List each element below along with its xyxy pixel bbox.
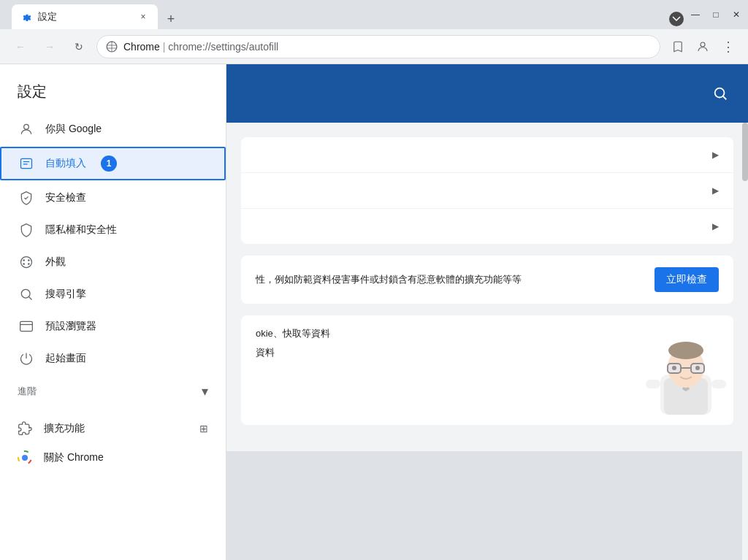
power-icon [19,351,34,366]
privacy-shield-icon [19,223,34,237]
main-content: 設定 你與 Google 自動填入 1 安全 [0,64,748,560]
row2-arrow: ▶ [712,185,719,196]
svg-point-19 [715,88,725,98]
content-body: ▶ ▶ ▶ [226,123,748,451]
url-text: Chrome | chrome://settings/autofill [123,41,651,53]
sidebar-item-extensions[interactable]: 擴充功能 ⊞ [0,414,226,443]
svg-point-25 [668,342,703,359]
back-button[interactable]: ← [9,35,32,58]
alert-check-button[interactable]: 立即檢查 [654,267,719,292]
svg-rect-13 [20,321,33,331]
autofill-icon [19,156,34,171]
row3-arrow: ▶ [712,221,719,231]
reload-button[interactable]: ↻ [67,35,91,58]
advanced-chevron: ▾ [202,383,208,399]
sidebar-item-default-browser[interactable]: 預設瀏覽器 [0,310,226,342]
profile-button[interactable] [691,35,714,58]
address-bar: ← → ↻ Chrome | chrome://settings/autofil… [0,29,748,64]
svg-line-20 [723,96,726,99]
mascot-figure [646,334,726,425]
sidebar-label-you-google: 你與 Google [45,123,102,136]
url-favicon [106,41,118,53]
row2-content [256,185,712,196]
svg-point-1 [701,42,705,47]
active-tab[interactable]: 設定 × [12,4,158,29]
scrollbar-track[interactable] [742,123,748,560]
profile-dropdown-icon[interactable] [669,12,684,26]
sidebar-label-safety: 安全檢查 [45,191,86,204]
settings-alert-section: 性，例如防範資料侵害事件或封鎖含有惡意軟體的擴充功能等等 立即檢查 [241,256,733,304]
alert-text: 性，例如防範資料侵害事件或封鎖含有惡意軟體的擴充功能等等 [256,273,643,286]
external-link-icon: ⊞ [199,423,208,434]
content-search-button[interactable] [707,80,733,107]
svg-line-12 [29,297,32,300]
tab-close-btn[interactable]: × [137,11,149,23]
shield-check-icon [19,191,34,205]
svg-point-7 [23,259,25,261]
person-icon [19,122,34,137]
new-tab-button[interactable]: + [161,9,181,29]
browser-icon [19,319,34,334]
cookie-section: okie、快取等資料 資料 [241,315,733,425]
sidebar-label-about: 關於 Chrome [44,451,104,464]
sidebar-item-autofill[interactable]: 自動填入 1 [0,147,226,180]
settings-row-3[interactable]: ▶ [241,209,733,244]
svg-point-10 [28,263,30,265]
content-panel: ▶ ▶ ▶ [226,64,748,560]
settings-row-1[interactable]: ▶ [241,137,733,173]
sidebar: 設定 你與 Google 自動填入 1 安全 [0,64,226,560]
minimize-btn[interactable]: — [690,9,701,20]
row2-title [256,185,712,196]
scrollbar-thumb[interactable] [742,123,748,181]
settings-row-2[interactable]: ▶ [241,173,733,209]
svg-point-30 [695,366,700,370]
more-button[interactable]: ⋮ [716,35,739,58]
svg-point-11 [21,289,30,298]
svg-point-2 [24,124,29,129]
sidebar-item-privacy[interactable]: 隱私權和安全性 [0,214,226,246]
sidebar-item-appearance[interactable]: 外觀 [0,246,226,278]
sidebar-title: 設定 [0,76,226,113]
search-icon [19,287,34,302]
row3-title [256,220,712,232]
url-protocol: Chrome [123,41,160,53]
sidebar-label-autofill: 自動填入 [45,157,86,170]
row1-arrow: ▶ [712,150,719,160]
row1-title [256,149,712,161]
svg-rect-31 [646,380,660,388]
sidebar-item-search[interactable]: 搜尋引擎 [0,278,226,310]
advanced-label: 進階 [18,385,37,398]
svg-point-29 [672,366,676,370]
sidebar-label-default-browser: 預設瀏覽器 [45,320,96,333]
sidebar-label-extensions: 擴充功能 [44,422,85,435]
sidebar-label-appearance: 外觀 [45,256,66,269]
settings-rows-section: ▶ ▶ ▶ [241,137,733,244]
row3-content [256,220,712,232]
sidebar-item-startup[interactable]: 起始畫面 [0,342,226,375]
chrome-logo-icon [18,450,32,465]
palette-icon [19,255,34,269]
maximize-btn[interactable]: □ [710,9,722,20]
sidebar-item-about[interactable]: 關於 Chrome [0,443,226,472]
svg-point-6 [21,257,32,268]
bookmark-button[interactable] [666,35,690,58]
sidebar-label-privacy: 隱私權和安全性 [45,223,117,237]
tab-title: 設定 [38,10,131,23]
close-btn[interactable]: ✕ [730,9,742,20]
sidebar-item-you-google[interactable]: 你與 Google [0,113,226,145]
sidebar-advanced-section[interactable]: 進階 ▾ [0,375,226,402]
address-bar-right: ⋮ [666,35,739,58]
content-header [226,64,748,123]
row1-content [256,149,712,161]
sidebar-item-safety[interactable]: 安全檢查 [0,182,226,214]
sidebar-label-search: 搜尋引擎 [45,288,86,301]
forward-button[interactable]: → [38,35,61,58]
url-bar[interactable]: Chrome | chrome://settings/autofill [96,35,660,58]
svg-point-15 [22,455,28,461]
svg-rect-32 [711,380,726,388]
svg-point-9 [23,263,25,265]
svg-rect-3 [21,158,32,168]
extensions-icon [18,421,32,436]
autofill-badge: 1 [101,156,117,172]
sidebar-label-startup: 起始畫面 [45,352,86,365]
